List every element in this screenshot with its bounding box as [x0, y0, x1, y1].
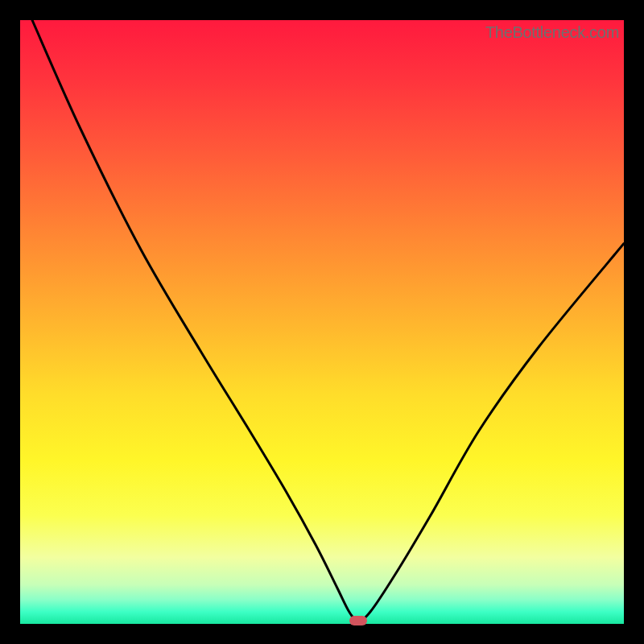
- chart-frame: TheBottleneck.com: [0, 0, 644, 644]
- watermark-label: TheBottleneck.com: [485, 23, 619, 42]
- bottleneck-curve-path: [32, 20, 624, 621]
- curve-min-marker: [349, 616, 367, 625]
- plot-area: TheBottleneck.com: [20, 20, 624, 624]
- curve-svg: [20, 20, 624, 624]
